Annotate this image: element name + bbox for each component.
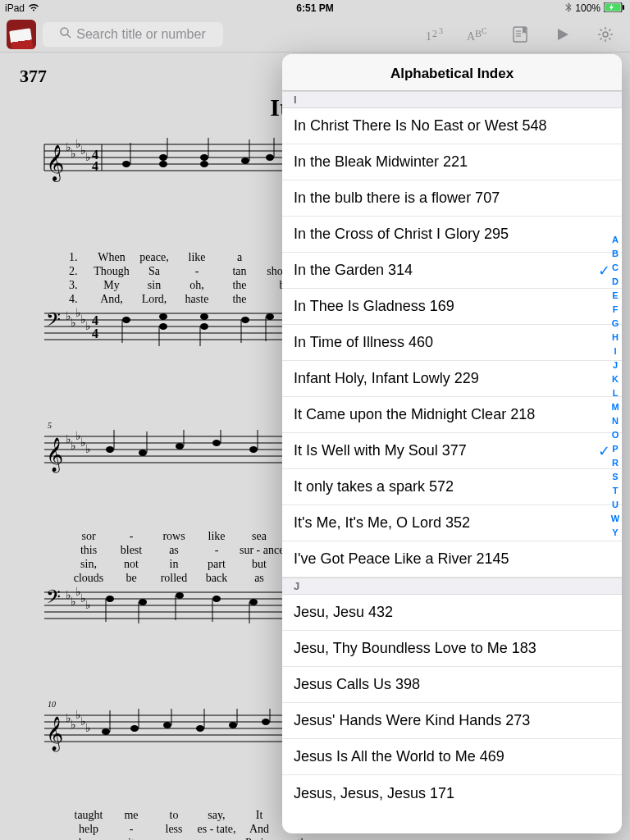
index-item[interactable]: Jesus' Hands Were Kind Hands 273: [282, 703, 622, 739]
alpha-letter[interactable]: I: [610, 346, 620, 356]
svg-point-81: [139, 450, 147, 456]
alpha-index-button[interactable]: ABC: [459, 16, 495, 52]
index-item-label: Jesus' Hands Were Kind Hands 273: [294, 712, 530, 729]
index-item[interactable]: Infant Holy, Infant Lowly 229: [282, 361, 622, 397]
alpha-letter[interactable]: L: [610, 388, 620, 398]
app-icon[interactable]: [7, 20, 36, 49]
svg-text:C: C: [482, 26, 487, 35]
svg-point-56: [122, 317, 130, 323]
index-item[interactable]: In the Garden 314✓: [282, 253, 622, 289]
carrier-label: iPad: [5, 2, 25, 14]
toolbar: Search title or number 123 ABC: [0, 16, 630, 52]
svg-text:𝄞: 𝄞: [46, 437, 63, 473]
index-item[interactable]: In the bulb there is a flower 707: [282, 180, 622, 217]
search-input[interactable]: Search title or number: [43, 22, 223, 47]
svg-point-87: [249, 446, 258, 453]
alpha-letter[interactable]: B: [610, 249, 620, 258]
lyric-line: bearitnomore:Praiseth: [69, 837, 610, 840]
svg-point-79: [106, 446, 114, 453]
index-item[interactable]: It Came upon the Midnight Clear 218: [282, 397, 622, 433]
alpha-letter[interactable]: Y: [610, 527, 620, 537]
svg-point-33: [159, 154, 167, 161]
svg-rect-2: [623, 5, 624, 10]
alpha-letter[interactable]: E: [610, 290, 620, 300]
index-item[interactable]: In Christ There Is No East or West 548: [282, 108, 622, 144]
index-item[interactable]: In Thee Is Gladness 169: [282, 289, 622, 325]
section-header: J: [282, 578, 622, 595]
index-item[interactable]: Jesu, Thy Boundless Love to Me 183: [282, 631, 622, 667]
index-item[interactable]: It only takes a spark 572: [282, 469, 622, 505]
svg-point-106: [212, 596, 221, 602]
index-item-label: It Is Well with My Soul 377: [294, 442, 467, 459]
bookmark-button[interactable]: [502, 16, 538, 52]
svg-point-36: [200, 154, 208, 161]
settings-button[interactable]: [587, 16, 623, 52]
status-right: 100%: [565, 2, 625, 15]
alpha-letter[interactable]: K: [610, 374, 620, 384]
index-item[interactable]: It's Me, It's Me, O Lord 352: [282, 505, 622, 541]
index-item[interactable]: In the Bleak Midwinter 221: [282, 144, 622, 180]
alpha-letter[interactable]: W: [610, 514, 620, 523]
index-item[interactable]: Jesus, Jesus, Jesus 171: [282, 775, 622, 811]
svg-point-104: [176, 592, 184, 599]
svg-point-129: [229, 722, 237, 728]
svg-text:♭: ♭: [85, 599, 91, 611]
numeric-index-button[interactable]: 123: [417, 16, 453, 52]
svg-point-62: [200, 323, 208, 330]
svg-point-58: [159, 313, 167, 320]
alpha-letter[interactable]: T: [610, 486, 620, 495]
alpha-letter[interactable]: G: [610, 318, 620, 328]
index-item[interactable]: Jesus Is All the World to Me 469: [282, 739, 622, 775]
bluetooth-icon: [565, 2, 572, 15]
index-item-label: In Thee Is Gladness 169: [294, 298, 454, 315]
svg-point-39: [241, 158, 249, 164]
svg-point-85: [212, 440, 221, 446]
svg-text:3: 3: [439, 26, 443, 35]
check-icon: ✓: [598, 442, 610, 460]
alpha-letter[interactable]: R: [610, 458, 620, 468]
alpha-letter[interactable]: C: [610, 262, 620, 272]
popover-body[interactable]: IIn Christ There Is No East or West 548I…: [282, 91, 622, 833]
alpha-letter[interactable]: J: [610, 360, 620, 370]
index-item[interactable]: In Time of Illness 460: [282, 325, 622, 361]
play-button[interactable]: [545, 16, 581, 52]
index-item[interactable]: In the Cross of Christ I Glory 295: [282, 217, 622, 253]
index-item-label: It's Me, It's Me, O Lord 352: [294, 514, 470, 532]
alpha-letter[interactable]: F: [610, 304, 620, 314]
index-item[interactable]: Jesu, Jesu 432: [282, 595, 622, 631]
search-icon: [60, 27, 71, 42]
index-item-label: In the bulb there is a flower 707: [294, 189, 500, 207]
battery-pct: 100%: [575, 2, 600, 14]
alpha-letter[interactable]: D: [610, 276, 620, 286]
index-item-label: In the Cross of Christ I Glory 295: [294, 226, 509, 243]
alpha-letter[interactable]: M: [610, 402, 620, 412]
svg-point-59: [159, 323, 167, 330]
alpha-letter[interactable]: S: [610, 472, 620, 482]
alpha-letter[interactable]: O: [610, 430, 620, 440]
svg-point-66: [266, 313, 274, 320]
alpha-letter[interactable]: H: [610, 332, 620, 342]
alpha-letter[interactable]: U: [610, 500, 620, 509]
svg-point-83: [176, 443, 184, 450]
index-item-label: In the Garden 314: [294, 262, 413, 279]
svg-text:♭: ♭: [85, 151, 91, 163]
svg-point-15: [603, 32, 608, 37]
svg-point-131: [262, 719, 270, 725]
index-item[interactable]: It Is Well with My Soul 377✓: [282, 433, 622, 469]
index-item[interactable]: Jesus Calls Us 398: [282, 667, 622, 703]
alpha-letter[interactable]: P: [610, 444, 620, 454]
alpha-letter[interactable]: A: [610, 235, 620, 244]
svg-text:♭: ♭: [85, 722, 91, 734]
status-left: iPad: [5, 2, 39, 14]
alpha-scrubber[interactable]: ABCDEFGHIJKLMNOPRSTUWY: [610, 235, 620, 537]
svg-text:𝄢: 𝄢: [46, 587, 61, 612]
alpha-letter[interactable]: N: [610, 416, 620, 426]
index-item-label: Jesu, Jesu 432: [294, 604, 393, 621]
index-item-label: It Came upon the Midnight Clear 218: [294, 406, 535, 423]
svg-text:B: B: [475, 28, 482, 39]
svg-line-4: [67, 34, 71, 38]
svg-point-108: [249, 599, 258, 605]
svg-point-123: [130, 725, 139, 732]
index-item[interactable]: I've Got Peace Like a River 2145: [282, 541, 622, 578]
check-icon: ✓: [598, 262, 610, 280]
